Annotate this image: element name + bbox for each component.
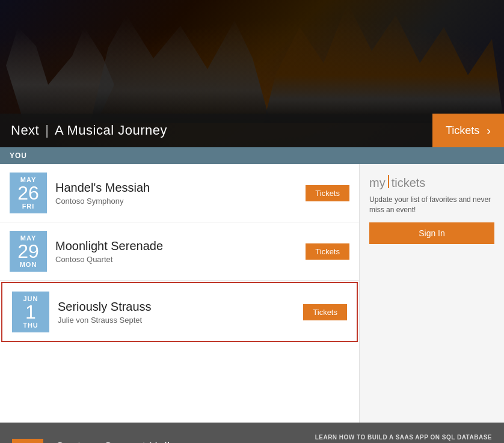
event-3-title: Seriously Strauss <box>58 299 295 314</box>
event-3-weekday: THU <box>23 322 38 329</box>
event-2-weekday: MON <box>20 261 37 268</box>
sign-in-button[interactable]: Sign In <box>369 222 494 244</box>
date-box-2: MAY 29 MON <box>10 231 47 272</box>
hero-bottom-bar: Next | A Musical Journey Tickets › <box>0 114 504 147</box>
hero-title: Next | A Musical Journey <box>0 123 167 138</box>
event-3-day: 1 <box>25 302 36 322</box>
event-1-day: 26 <box>17 183 39 203</box>
event-1-tickets-button[interactable]: Tickets <box>306 185 349 201</box>
event-2-title: Moonlight Serenade <box>55 239 297 253</box>
event-1-title: Handel's Messiah <box>55 180 297 195</box>
event-1-weekday: FRI <box>22 203 35 210</box>
my-tickets-header: my tickets <box>369 174 494 190</box>
footer-venue-name: Contoso Concert Hall <box>55 440 303 444</box>
event-item-3: JUN 1 THU Seriously Strauss Julie von St… <box>1 282 358 342</box>
hero-main-title: A Musical Journey <box>55 123 167 138</box>
event-3-info: Seriously Strauss Julie von Strauss Sept… <box>58 299 295 325</box>
footer-learn-how: LEARN HOW TO BUILD A SAAS APP ON SQL DAT… <box>315 433 492 442</box>
sidebar-description: Update your list of favorites and never … <box>369 195 494 215</box>
hero-section: Next | A Musical Journey Tickets › <box>0 0 504 147</box>
event-2-info: Moonlight Serenade Contoso Quartet <box>55 239 297 264</box>
top-placeholder-bar: YOU <box>0 147 504 164</box>
hero-tickets-button[interactable]: Tickets › <box>432 114 504 147</box>
date-box-3: JUN 1 THU <box>12 292 49 332</box>
my-divider-icon <box>388 175 389 188</box>
event-2-day: 29 <box>17 242 39 261</box>
footer-main: Contoso Concert Hall POWERED BY THE WING… <box>55 440 303 444</box>
main-content: MAY 26 FRI Handel's Messiah Contoso Symp… <box>0 164 504 423</box>
hero-chevron-icon: › <box>487 124 491 138</box>
top-placeholder-text: YOU <box>10 151 27 160</box>
sidebar: my tickets Update your list of favorites… <box>360 164 504 423</box>
event-3-subtitle: Julie von Strauss Septet <box>58 316 295 325</box>
my-label: my <box>369 176 386 190</box>
tickets-label: tickets <box>392 176 426 190</box>
event-item-1: MAY 26 FRI Handel's Messiah Contoso Symp… <box>0 164 359 222</box>
event-2-tickets-button[interactable]: Tickets <box>306 243 349 260</box>
footer: 🎟 Contoso Concert Hall POWERED BY THE WI… <box>0 423 504 443</box>
hero-tickets-label: Tickets <box>446 124 479 137</box>
footer-right: LEARN HOW TO BUILD A SAAS APP ON SQL DAT… <box>315 433 492 443</box>
event-1-info: Handel's Messiah Contoso Symphony <box>55 180 297 206</box>
events-list: MAY 26 FRI Handel's Messiah Contoso Symp… <box>0 164 360 423</box>
hero-next-label: Next <box>11 123 39 138</box>
footer-logo: 🎟 <box>12 439 43 444</box>
hero-divider: | <box>45 123 49 138</box>
event-3-tickets-button[interactable]: Tickets <box>303 304 347 320</box>
event-2-subtitle: Contoso Quartet <box>55 255 297 264</box>
date-box-1: MAY 26 FRI <box>10 173 47 213</box>
event-item-2: MAY 29 MON Moonlight Serenade Contoso Qu… <box>0 222 359 281</box>
event-1-subtitle: Contoso Symphony <box>55 197 297 206</box>
